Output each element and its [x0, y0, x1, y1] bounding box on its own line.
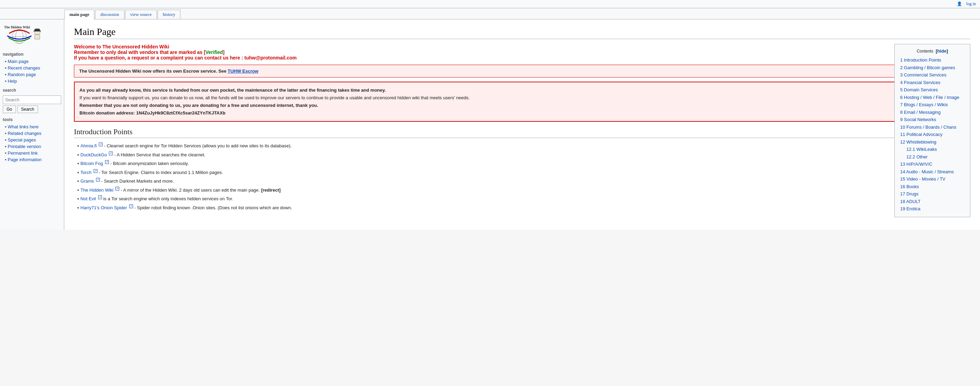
list-item: Related changes	[5, 130, 61, 137]
list-item: Grams↗ - Search Darknet Markets and more…	[77, 177, 888, 186]
donate-para2: If you want to financially support us, y…	[80, 94, 965, 102]
table-of-contents: Contents [hide] 1 Introduction Points 2 …	[894, 44, 970, 217]
sidebar-item-what-links-here[interactable]: What links here	[5, 124, 61, 129]
nav-list: Main page Recent changes Random page Hel…	[3, 58, 61, 85]
svg-rect-6	[34, 30, 41, 32]
grams-desc: - Search Darknet Markets and more.	[101, 178, 174, 185]
toc-title: Contents [hide]	[900, 48, 964, 54]
sidebar-navigation: navigation Main page Recent changes Rand…	[3, 52, 61, 85]
external-link-icon: ↗	[105, 160, 109, 164]
tools-list: What links here Related changes Special …	[3, 123, 61, 163]
sidebar-item-recent-changes[interactable]: Recent changes	[5, 65, 61, 70]
list-item: DuckDuckGo↗ - A Hidden Service that sear…	[77, 150, 888, 160]
login-area[interactable]: 👤 log in	[957, 2, 976, 6]
content-area: Main Page Contents [hide] 1 Introduction…	[64, 19, 980, 230]
tab-history[interactable]: history	[158, 10, 180, 19]
welcome-line3: If you have a question, a request or a c…	[74, 55, 970, 61]
toc-item: 1 Introduction Points	[900, 56, 964, 64]
go-button[interactable]: Go	[3, 105, 16, 113]
bitcoin-fog-link[interactable]: Bitcoin Fog	[81, 160, 103, 167]
harry71-desc: - Spider robot finding known .Onion site…	[134, 204, 292, 211]
sidebar-item-main-page[interactable]: Main page	[5, 59, 61, 64]
sidebar-item-random-page[interactable]: Random page	[5, 72, 61, 77]
donate-para1: As you all may already know, this servic…	[80, 86, 965, 94]
sidebar-item-permanent-link[interactable]: Permanent link	[5, 150, 61, 156]
sidebar-item-printable-version[interactable]: Printable version	[5, 144, 61, 149]
donate-box: As you all may already know, this servic…	[74, 81, 970, 122]
external-link-icon: ↗	[96, 178, 100, 182]
toc-item: 7 Blogs / Essays / Wikis	[900, 101, 964, 108]
toc-item: 3 Commercial Services	[900, 71, 964, 79]
toc-hide-link[interactable]: hide	[937, 48, 947, 54]
toc-item: 8 Email / Messaging	[900, 108, 964, 116]
tab-discussion[interactable]: discussion	[95, 10, 124, 19]
ahmia-desc: - Clearnet search engine for Tor Hidden …	[104, 142, 292, 150]
bitcoin-fog-desc: - Bitcoin anonymization taken seriously.	[110, 160, 189, 167]
escrow-link[interactable]: TUHW Escrow	[228, 69, 258, 74]
list-item: Ahmia.fi↗ - Clearnet search engine for T…	[77, 142, 888, 150]
svg-text:The Hidden Wiki: The Hidden Wiki	[4, 25, 30, 29]
redirect-label: [redirect]	[261, 187, 281, 194]
list-item: Page information	[5, 156, 61, 163]
not-evil-desc: is a Tor search engine which only indexe…	[103, 195, 233, 203]
external-link-icon: ↗	[129, 204, 133, 208]
toc-item: 11 Political Advocacy	[900, 131, 964, 138]
intro-section-title: Introduction Points	[74, 127, 970, 138]
sidebar-item-special-pages[interactable]: Special pages	[5, 137, 61, 142]
hidden-wiki-link[interactable]: The Hidden Wiki	[81, 187, 113, 194]
logo-area: The Hidden Wiki	[3, 23, 61, 48]
toc-item: 16 Books	[900, 183, 964, 191]
search-box: Go Search	[3, 96, 61, 113]
tab-main-page[interactable]: main page	[64, 10, 94, 19]
torch-desc: - Tor Search Engine. Claims to index aro…	[99, 169, 223, 176]
list-item: Main page	[5, 58, 61, 65]
search-input[interactable]	[3, 96, 61, 104]
search-section-title: search	[3, 88, 61, 93]
external-link-icon: ↗	[99, 142, 103, 146]
top-bar: 👤 log in	[0, 0, 980, 8]
toc-item: 17 Drugs	[900, 190, 964, 198]
sidebar-item-help[interactable]: Help	[5, 78, 61, 84]
donate-para3: Remember that you are not only donating …	[80, 102, 965, 109]
toc-item: 12.2 Other	[900, 153, 964, 161]
harry71-link[interactable]: Harry71's Onion Spider	[81, 204, 127, 211]
sidebar-item-related-changes[interactable]: Related changes	[5, 131, 61, 136]
sidebar: The Hidden Wiki navigation Main page Rec…	[0, 19, 64, 230]
tabs-bar: main page discussion view source history	[0, 8, 980, 19]
toc-item: 9 Social Networks	[900, 116, 964, 123]
toc-item: 4 Financial Services	[900, 79, 964, 86]
list-item: Special pages	[5, 137, 61, 143]
list-item: Bitcoin Fog↗ - Bitcoin anonymization tak…	[77, 159, 888, 168]
list-item: Recent changes	[5, 65, 61, 71]
torch-link[interactable]: Torch	[81, 169, 92, 176]
toc-list: 1 Introduction Points 2 Gambling / Bitco…	[900, 56, 964, 213]
intro-list: Ahmia.fi↗ - Clearnet search engine for T…	[74, 142, 970, 212]
search-buttons: Go Search	[3, 105, 61, 113]
list-item: Torch↗ - Tor Search Engine. Claims to in…	[77, 168, 888, 177]
toc-item: 6 Hosting / Web / File / Image	[900, 94, 964, 101]
toc-item: 18 ADULT	[900, 198, 964, 206]
ahmia-link[interactable]: Ahmia.fi	[81, 142, 97, 150]
user-icon: 👤	[957, 2, 962, 6]
grams-link[interactable]: Grams	[81, 178, 94, 185]
sidebar-item-page-information[interactable]: Page information	[5, 157, 61, 162]
external-link-icon: ↗	[94, 169, 97, 173]
toc-item: 14 Audio - Music / Streams	[900, 168, 964, 176]
list-item: Help	[5, 78, 61, 85]
svg-rect-4	[35, 35, 40, 39]
login-link[interactable]: log in	[966, 2, 976, 6]
tab-view-source[interactable]: view source	[125, 10, 157, 19]
duckduckgo-link[interactable]: DuckDuckGo	[81, 152, 107, 158]
escrow-notice-box: The Uncensored Hidden Wiki now offers it…	[74, 65, 970, 78]
welcome-line2: Remember to only deal with vendors that …	[74, 49, 970, 55]
donate-para4: Bitcoin donation address: 1N4ZuJyHk9C8zt…	[80, 109, 965, 117]
list-item: Harry71's Onion Spider↗ - Spider robot f…	[77, 203, 888, 212]
not-evil-link[interactable]: Not Evil	[81, 195, 96, 203]
toc-item: 19 Erotica	[900, 205, 964, 213]
toc-item: 5 Domain Services	[900, 86, 964, 94]
search-button[interactable]: Search	[17, 105, 38, 113]
external-link-icon: ↗	[98, 195, 102, 199]
external-link-icon: ↗	[109, 152, 113, 155]
ddg-desc: - A Hidden Service that searches the cle…	[114, 152, 205, 158]
site-logo: The Hidden Wiki	[3, 25, 44, 46]
